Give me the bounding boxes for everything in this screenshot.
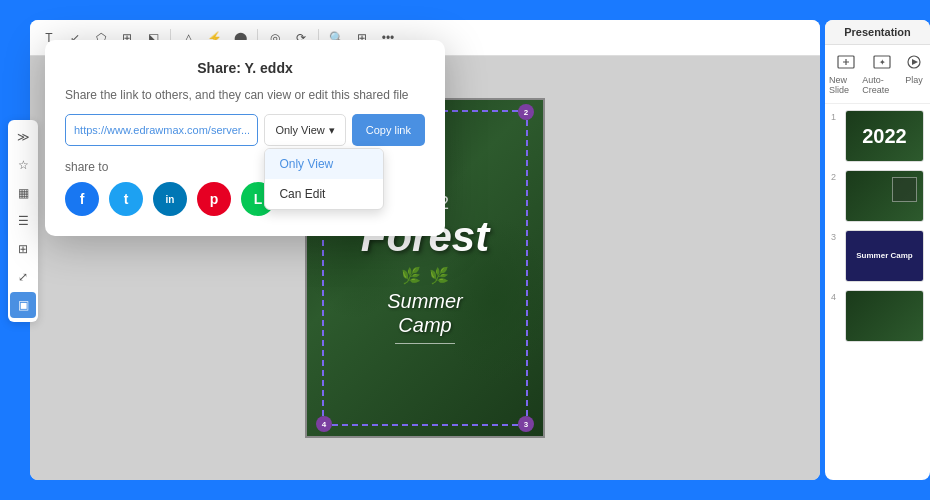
subtitle-line1: Summer: [387, 290, 463, 312]
thumb-bg-1: 2022: [846, 111, 923, 161]
slide-thumbnail-4[interactable]: [845, 290, 924, 342]
view-mode-select: Only View ▾ Only View Can Edit: [264, 114, 345, 146]
slide-num-2: 2: [831, 170, 841, 182]
auto-create-icon: ✦: [870, 53, 894, 73]
dropdown-can-edit[interactable]: Can Edit: [265, 179, 383, 209]
mini-tool-list[interactable]: ☰: [10, 208, 36, 234]
share-dialog-title: Share: Y. eddx: [65, 60, 425, 76]
twitter-icon[interactable]: t: [109, 182, 143, 216]
thumb-camp-text: Summer Camp: [854, 250, 914, 263]
facebook-icon[interactable]: f: [65, 182, 99, 216]
mini-tool-resize[interactable]: ⤢: [10, 264, 36, 290]
leaf-decoration: 🌿 🌿: [401, 266, 449, 285]
mini-tool-table2[interactable]: ⊞: [10, 236, 36, 262]
slide-thumb-4[interactable]: 4: [831, 290, 924, 342]
share-dialog: Share: Y. eddx Share the link to others,…: [45, 40, 445, 236]
subtitle-line2: Camp: [398, 314, 451, 336]
slide-thumb-3[interactable]: 3 Summer Camp: [831, 230, 924, 282]
view-mode-button[interactable]: Only View ▾: [264, 114, 345, 146]
new-slide-icon: [834, 53, 858, 73]
slide-num-4: 4: [831, 290, 841, 302]
leaf-right-icon: 🌿: [429, 266, 449, 285]
slide-thumbnail-2[interactable]: [845, 170, 924, 222]
chevron-down-icon: ▾: [329, 124, 335, 137]
mini-tool-collapse[interactable]: ≫: [10, 124, 36, 150]
slide-thumbnail-3[interactable]: Summer Camp: [845, 230, 924, 282]
copy-link-button[interactable]: Copy link: [352, 114, 425, 146]
share-link-input[interactable]: [65, 114, 258, 146]
panel-toolbar: New Slide ✦ Auto-Create Play: [825, 45, 930, 104]
linkedin-icon[interactable]: in: [153, 182, 187, 216]
thumb-bg-2: [846, 171, 923, 221]
slide-thumbnail-1[interactable]: 2022: [845, 110, 924, 162]
new-slide-label: New Slide: [829, 75, 862, 95]
mini-tool-star[interactable]: ☆: [10, 152, 36, 178]
left-mini-toolbar: ≫ ☆ ▦ ☰ ⊞ ⤢ ▣: [8, 120, 38, 322]
slide-num-1: 1: [831, 110, 841, 122]
panel-title: Presentation: [825, 20, 930, 45]
svg-text:✦: ✦: [879, 58, 886, 67]
share-description: Share the link to others, and they can v…: [65, 88, 425, 102]
view-mode-label: Only View: [275, 124, 324, 136]
right-panel: Presentation New Slide ✦ Auto-Create: [825, 20, 930, 480]
slide-num-3: 3: [831, 230, 841, 242]
pinterest-icon[interactable]: p: [197, 182, 231, 216]
thumb-bg-4: [846, 291, 923, 341]
thumb-bg-3: Summer Camp: [846, 231, 923, 281]
auto-create-label: Auto-Create: [862, 75, 902, 95]
play-tool[interactable]: Play: [902, 53, 926, 95]
slide-underline: [395, 343, 455, 344]
svg-marker-6: [912, 59, 918, 65]
share-link-row: Only View ▾ Only View Can Edit Copy link: [65, 114, 425, 146]
slides-list: 1 2022 2 3 Summer Camp: [825, 104, 930, 480]
thumb-year-big: 2022: [862, 126, 907, 146]
slide-thumb-2[interactable]: 2: [831, 170, 924, 222]
play-label: Play: [905, 75, 923, 85]
view-dropdown: Only View Can Edit: [264, 148, 384, 210]
slide-thumb-1[interactable]: 1 2022: [831, 110, 924, 162]
play-icon: [902, 53, 926, 73]
new-slide-tool[interactable]: New Slide: [829, 53, 862, 95]
leaf-left-icon: 🌿: [401, 266, 421, 285]
dropdown-only-view[interactable]: Only View: [265, 149, 383, 179]
mini-tool-grid[interactable]: ▦: [10, 180, 36, 206]
auto-create-tool[interactable]: ✦ Auto-Create: [862, 53, 902, 95]
mini-tool-presentation[interactable]: ▣: [10, 292, 36, 318]
slide-subtitle: Summer Camp: [387, 289, 463, 337]
